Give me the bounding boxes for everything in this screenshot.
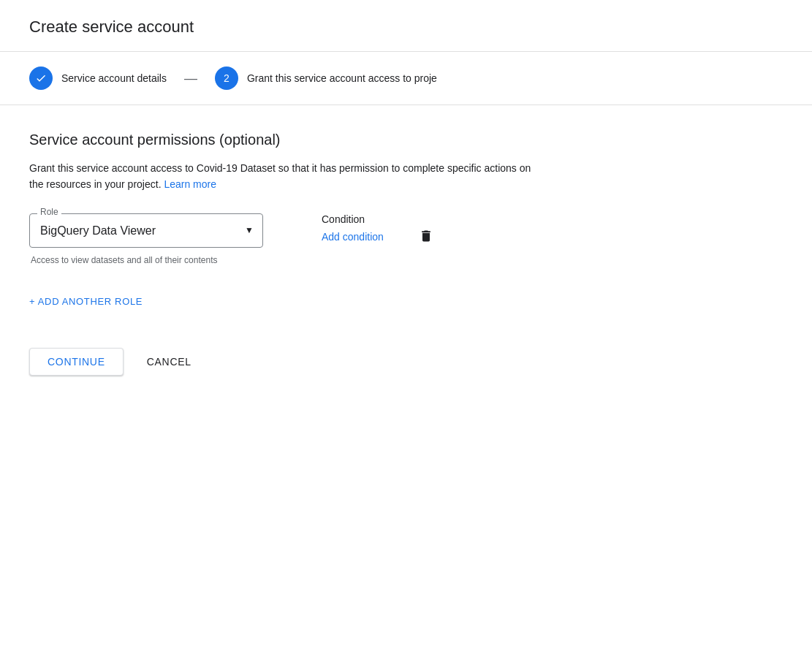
step-1: Service account details xyxy=(29,66,167,90)
page-title-text: Create service account xyxy=(29,18,194,36)
trash-icon xyxy=(419,228,433,244)
role-select[interactable]: BigQuery Data Viewer xyxy=(30,214,262,247)
role-hint-text: Access to view datasets and all of their… xyxy=(29,254,263,267)
add-role-label: + ADD ANOTHER ROLE xyxy=(29,296,143,307)
section-description: Grant this service account access to Cov… xyxy=(29,160,541,193)
delete-row-button[interactable] xyxy=(413,222,439,250)
step-2: 2 Grant this service account access to p… xyxy=(215,66,437,90)
role-field-label: Role xyxy=(37,207,61,217)
step-1-circle xyxy=(29,66,53,90)
section-title: Service account permissions (optional) xyxy=(29,132,783,148)
step-2-label: Grant this service account access to pro… xyxy=(247,72,437,84)
condition-section: Condition Add condition xyxy=(322,213,384,243)
role-section: Role BigQuery Data Viewer ▼ Access to vi… xyxy=(29,213,263,267)
add-another-role-button[interactable]: + ADD ANOTHER ROLE xyxy=(29,290,143,313)
add-condition-link[interactable]: Add condition xyxy=(322,231,384,243)
role-condition-container: Role BigQuery Data Viewer ▼ Access to vi… xyxy=(29,213,783,284)
learn-more-link[interactable]: Learn more xyxy=(164,178,216,190)
step-separator: — xyxy=(184,71,197,86)
condition-label: Condition xyxy=(322,213,384,225)
checkmark-icon xyxy=(35,72,47,84)
stepper: Service account details — 2 Grant this s… xyxy=(0,52,812,105)
page-title: Create service account xyxy=(0,0,812,52)
step-2-circle: 2 xyxy=(215,66,238,90)
step-1-label: Service account details xyxy=(61,72,167,84)
cancel-button[interactable]: CANCEL xyxy=(129,349,209,375)
role-dropdown-wrapper: Role BigQuery Data Viewer ▼ xyxy=(29,213,263,248)
continue-button[interactable]: CONTINUE xyxy=(29,348,124,376)
footer-buttons: CONTINUE CANCEL xyxy=(29,348,783,376)
role-condition-row: Role BigQuery Data Viewer ▼ Access to vi… xyxy=(29,213,384,267)
